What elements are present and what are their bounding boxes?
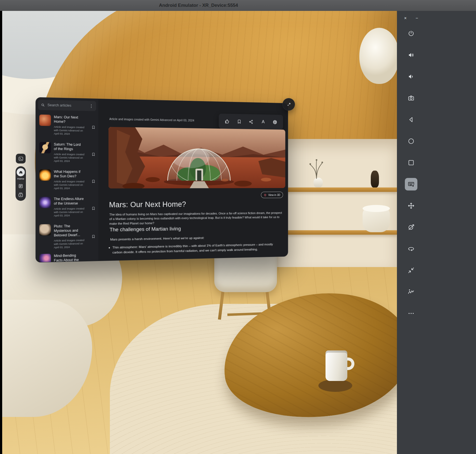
article-item-text: Saturn: The Lord of the Rings Article an… <box>54 142 88 165</box>
home-button[interactable] <box>405 135 417 147</box>
volume-up-icon <box>408 52 415 59</box>
orbit-lock-button[interactable] <box>405 221 417 234</box>
dock-news-button[interactable] <box>18 183 23 189</box>
camera-button[interactable] <box>405 92 417 104</box>
overview-button[interactable] <box>405 156 417 169</box>
article-item-subtitle: Article and images created with Gemini A… <box>54 238 86 249</box>
section-intro: Mars presents a harsh environment. Here'… <box>110 236 204 241</box>
move-button[interactable] <box>405 199 417 212</box>
bullet-text: Thin atmosphere: Mars' atmosphere is inc… <box>112 242 282 255</box>
pose-tracking-icon <box>408 288 415 295</box>
article-list: Mars: Our Next Home? Article and images … <box>36 112 98 262</box>
back-button[interactable] <box>405 113 417 126</box>
close-button[interactable]: × <box>402 15 409 22</box>
article-item-title: Pluto: The Mysterious and Beloved Dwarf.… <box>54 224 84 238</box>
dock-home-button[interactable] <box>17 168 25 176</box>
article-item-subtitle: Article and images created with Gemini A… <box>54 125 86 136</box>
text-size-button[interactable]: A <box>259 118 267 126</box>
home-circle-icon <box>408 138 415 145</box>
article-thumbnail <box>39 224 51 235</box>
move-arrows-icon <box>408 202 415 209</box>
view-in-3d-button[interactable]: View in 3D <box>261 192 283 198</box>
rotate-view-button[interactable] <box>405 243 417 255</box>
article-actions-toolbar: A <box>219 114 283 130</box>
search-input[interactable] <box>47 103 87 108</box>
dock-pill: Home <box>16 166 26 201</box>
volume-up-button[interactable] <box>405 49 417 61</box>
volume-down-button[interactable] <box>405 70 417 83</box>
app-dock: Home <box>15 154 26 201</box>
article-item-pluto[interactable]: Pluto: The Mysterious and Beloved Dwarf.… <box>36 221 98 252</box>
article-item-title: Mind-Bending Facts About the Universe <box>54 253 84 262</box>
bullet-marker: ● <box>109 245 110 255</box>
article-item-text: Mars: Our Next Home? Article and images … <box>54 115 88 138</box>
window-controls: × − <box>397 11 476 22</box>
article-item-title: Mars: Our Next Home? <box>54 115 84 124</box>
xr-scene[interactable]: Home ⋮ <box>2 11 397 454</box>
bookmark-icon-button[interactable] <box>91 225 96 249</box>
bookmark-icon <box>91 125 96 130</box>
panel-drag-handle[interactable] <box>282 98 295 111</box>
thumbs-up-button[interactable] <box>223 117 231 125</box>
dock-video-button[interactable] <box>18 192 23 198</box>
article-item-subtitle: Article and images created with Gemini A… <box>54 153 86 163</box>
article-item-facts[interactable]: Mind-Bending Facts About the Universe Ar… <box>36 251 98 262</box>
article-thumbnail <box>39 197 51 208</box>
article-thumbnail <box>39 142 51 153</box>
emulator-toolbar: × − <box>397 11 476 454</box>
bookmark-icon-button[interactable] <box>91 254 96 262</box>
article-item-subtitle: Article and images created with Gemini A… <box>54 207 86 217</box>
toolbar-button-column <box>397 27 425 320</box>
article-item-sun[interactable]: What Happens if the Sun Dies? Article an… <box>36 167 98 195</box>
minimize-button[interactable]: − <box>413 15 420 22</box>
terminal-button[interactable] <box>16 154 26 164</box>
search-bar: ⋮ <box>38 100 96 111</box>
article-sidebar: ⋮ Mars: Our Next Home? Article and image… <box>36 98 98 262</box>
window-titlebar[interactable]: Android Emulator - XR_Device:5554 <box>0 0 476 11</box>
pose-tracking-button[interactable] <box>405 286 417 298</box>
volume-down-icon <box>408 73 415 80</box>
article-app-panel: ⋮ Mars: Our Next Home? Article and image… <box>35 97 288 263</box>
bullet-item: ● Thin atmosphere: Mars' atmosphere is i… <box>109 242 282 255</box>
article-item-text: The Endless Allure of the Universe Artic… <box>54 196 88 219</box>
overview-square-icon <box>408 159 415 166</box>
view-3d-icon <box>264 193 267 196</box>
view-in-3d-label: View in 3D <box>268 193 280 196</box>
bookmark-icon <box>91 206 96 210</box>
bookmark-icon-button[interactable] <box>91 198 96 219</box>
bookmark-icon <box>91 179 96 183</box>
article-item-mars[interactable]: Mars: Our Next Home? Article and images … <box>36 112 98 140</box>
article-item-text: Pluto: The Mysterious and Beloved Dwarf.… <box>54 224 88 249</box>
more-options-button[interactable] <box>405 307 417 320</box>
collapse-view-button[interactable] <box>405 264 417 277</box>
article-item-text: What Happens if the Sun Dies? Article an… <box>54 170 88 192</box>
bookmark-icon-button[interactable] <box>91 171 96 192</box>
power-button[interactable] <box>405 27 417 40</box>
dock-home-label: Home <box>17 177 24 180</box>
keyboard-input-button[interactable] <box>405 178 417 190</box>
keyboard-input-icon <box>408 181 415 188</box>
article-item-title: The Endless Allure of the Universe <box>54 196 84 206</box>
more-dots-icon <box>408 310 415 317</box>
collapse-arrows-icon <box>408 267 415 274</box>
language-button[interactable] <box>271 118 279 126</box>
text-size-icon: A <box>262 119 265 125</box>
share-button[interactable] <box>247 118 255 126</box>
camera-icon <box>408 95 415 102</box>
article-item-subtitle: Article and images created with Gemini A… <box>54 180 86 190</box>
news-icon <box>18 183 23 189</box>
dock-home-group: Home <box>17 168 25 180</box>
bookmark-article-button[interactable] <box>235 117 243 126</box>
article-item-universe[interactable]: The Endless Allure of the Universe Artic… <box>36 194 98 222</box>
bookmark-icon-button[interactable] <box>91 144 96 165</box>
article-item-title: Saturn: The Lord of the Rings <box>54 142 84 151</box>
plant-sprig <box>304 158 329 179</box>
sidebar-menu-button[interactable]: ⋮ <box>89 104 94 109</box>
bookmark-icon-button[interactable] <box>91 117 96 138</box>
article-item-title: What Happens if the Sun Dies? <box>54 170 84 178</box>
article-credit: Article and images created with Gemini A… <box>109 117 194 122</box>
article-intro: The idea of humans living on Mars has ca… <box>109 211 285 226</box>
article-item-saturn[interactable]: Saturn: The Lord of the Rings Article an… <box>36 140 98 167</box>
side-stool-top <box>363 205 390 212</box>
article-item-text: Mind-Bending Facts About the Universe Ar… <box>54 253 88 262</box>
